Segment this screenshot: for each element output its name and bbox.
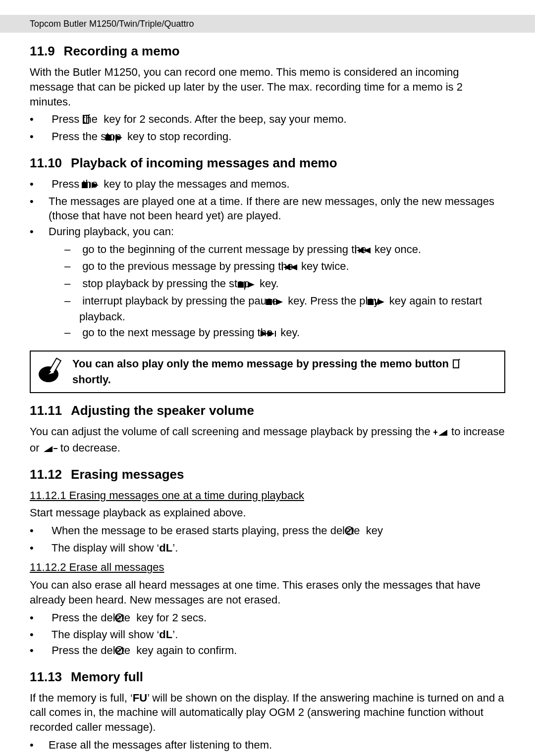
volume-up-icon xyxy=(433,426,448,441)
text: go to the beginning of the current messa… xyxy=(82,243,370,255)
sublist-11-10: go to the beginning of the current messa… xyxy=(30,242,505,342)
svg-marker-17 xyxy=(290,267,297,270)
list-item: interrupt playback by pressing the pause… xyxy=(64,294,505,324)
list-11-13: Erase all the messages after listening t… xyxy=(30,738,505,756)
text: You can adjust the volume of call screen… xyxy=(30,425,433,438)
text: ’. xyxy=(172,542,178,554)
intro-11-12-1: Start message playback as explained abov… xyxy=(30,505,505,520)
svg-marker-28 xyxy=(268,331,274,337)
text: When the message to be erased starts pla… xyxy=(52,524,363,537)
display-code: dL xyxy=(159,628,172,641)
svg-rect-33 xyxy=(453,360,459,368)
list-11-12-2: Press the delete key for 2 secs. The dis… xyxy=(30,610,505,659)
list-item: go to the next message by pressing the k… xyxy=(64,325,505,342)
svg-rect-31 xyxy=(49,358,61,373)
text: key again to confirm. xyxy=(133,644,237,656)
text: key. xyxy=(257,277,279,290)
svg-line-43 xyxy=(116,615,122,621)
list-item: Press the key to play the messages and m… xyxy=(30,177,505,193)
section-number: 11.12 xyxy=(30,466,62,483)
svg-marker-9 xyxy=(357,248,364,251)
section-title: Recording a memo xyxy=(64,44,180,58)
svg-rect-0 xyxy=(83,115,89,123)
text: key for 2 seconds. After the beep, say y… xyxy=(101,113,346,125)
list-item: go to the previous message by pressing t… xyxy=(64,259,505,275)
svg-marker-10 xyxy=(357,251,364,253)
text: to decrease. xyxy=(57,442,120,454)
svg-marker-7 xyxy=(92,182,99,188)
text: You can also play only the memo message … xyxy=(72,357,452,370)
heading-11-10: 11.10Playback of incoming messages and m… xyxy=(30,154,505,172)
list-item: Press the delete key again to confirm. xyxy=(30,643,505,659)
stop-play-icon xyxy=(253,278,257,293)
svg-marker-20 xyxy=(248,282,255,288)
text: The display will show ‘ xyxy=(52,542,160,554)
heading-11-9: 11.9Recording a memo xyxy=(30,43,505,60)
list-item: go to the beginning of the current messa… xyxy=(64,242,505,258)
list-11-10: Press the key to play the messages and m… xyxy=(30,177,505,239)
svg-rect-24 xyxy=(368,299,374,305)
text: stop playback by pressing the stop xyxy=(82,277,253,290)
svg-line-34 xyxy=(458,359,461,360)
section-title: Adjusting the speaker volume xyxy=(71,403,254,418)
list-item: The display will show ‘dL’. xyxy=(30,541,505,555)
text: interrupt playback by pressing the pause xyxy=(82,295,281,307)
list-item: The display will show ‘dL’. xyxy=(30,627,505,642)
svg-marker-37 xyxy=(438,430,447,436)
intro-11-13: If the memory is full, ‘FU’ will be show… xyxy=(30,691,505,735)
list-item: Press the delete key for 2 secs. xyxy=(30,610,505,627)
stop-play-icon xyxy=(382,295,386,310)
svg-marker-14 xyxy=(283,264,290,267)
svg-marker-27 xyxy=(261,331,268,337)
subheading-11-12-1: 11.12.1 Erasing messages one at a time d… xyxy=(30,488,505,503)
display-code: FU xyxy=(133,692,147,704)
text: key twice. xyxy=(298,260,349,272)
svg-rect-18 xyxy=(238,282,244,288)
section-number: 11.13 xyxy=(30,668,62,686)
header-title: Topcom Butler M1250/Twin/Triple/Quattro xyxy=(30,19,194,29)
memo-icon xyxy=(452,358,461,373)
svg-marker-23 xyxy=(276,299,283,305)
intro-11-12-2: You can also erase all heard messages at… xyxy=(30,578,505,607)
svg-rect-21 xyxy=(266,299,272,305)
svg-marker-16 xyxy=(290,264,297,267)
svg-rect-2 xyxy=(106,135,111,141)
text: go to the next message by pressing the xyxy=(82,326,275,339)
section-number: 11.11 xyxy=(30,402,62,419)
list-item: stop playback by pressing the stop key. xyxy=(64,276,505,293)
text: Press the xyxy=(52,113,101,125)
heading-11-11: 11.11Adjusting the speaker volume xyxy=(30,402,505,419)
svg-line-41 xyxy=(346,528,352,534)
svg-marker-12 xyxy=(364,251,371,253)
svg-marker-26 xyxy=(377,299,384,305)
section-number: 11.9 xyxy=(30,43,55,60)
text: ’. xyxy=(172,628,178,641)
section-title: Memory full xyxy=(71,669,143,684)
section-number: 11.10 xyxy=(30,154,62,172)
display-code: dL xyxy=(159,542,172,554)
svg-marker-38 xyxy=(44,446,53,452)
text: go to the previous message by pressing t… xyxy=(82,260,296,272)
list-11-9: Press the key for 2 seconds. After the b… xyxy=(30,112,505,145)
volume-down-icon xyxy=(43,442,57,457)
svg-rect-5 xyxy=(82,182,88,188)
page-header: Topcom Butler M1250/Twin/Triple/Quattro xyxy=(0,15,535,33)
text: The display will show ‘ xyxy=(52,628,160,641)
text: shortly. xyxy=(72,373,111,386)
svg-line-1 xyxy=(88,114,91,116)
text: key to play the messages and memos. xyxy=(101,178,290,190)
list-item: The memory is free again. xyxy=(30,753,505,756)
note-pencil-icon xyxy=(38,356,64,387)
subheading-11-12-2: 11.12.2 Erase all messages xyxy=(30,560,505,575)
svg-marker-15 xyxy=(283,267,290,270)
text: key. xyxy=(277,326,300,339)
text: key once. xyxy=(372,243,421,255)
list-item: Erase all the messages after listening t… xyxy=(30,738,505,753)
note-box: You can also play only the memo message … xyxy=(30,351,505,393)
heading-11-12: 11.12Erasing messages xyxy=(30,466,505,483)
note-text: You can also play only the memo message … xyxy=(72,356,497,387)
list-item: The messages are played one at a time. I… xyxy=(30,194,505,223)
list-item: When the message to be erased starts pla… xyxy=(30,523,505,540)
svg-marker-4 xyxy=(115,135,122,141)
list-item: Press the stop key to stop recording. xyxy=(30,129,505,146)
